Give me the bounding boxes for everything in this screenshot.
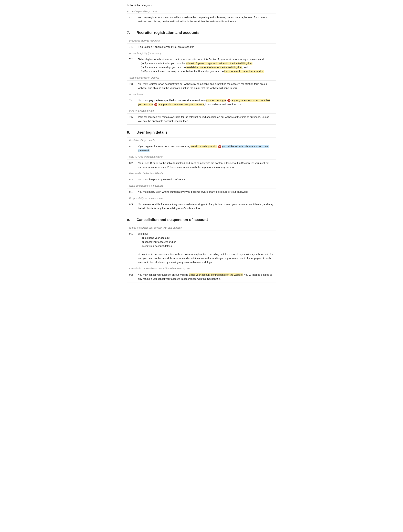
subsection-7-1-label: Provisions apply to recruiters xyxy=(127,38,276,44)
clause-8-3-row: 8.3 You must keep your password confiden… xyxy=(127,176,276,183)
subsection-8-4-label: Notify on disclosure of password xyxy=(127,183,276,189)
clause-7-5-row: 7.5 Paid-for services will remain availa… xyxy=(127,114,276,124)
clause-8-4-text: You must notify us in writing immediatel… xyxy=(138,190,274,194)
clause-7-4-row: 7.4 You must pay the fees specified on o… xyxy=(127,97,276,108)
clause-7-2-a: (a) if you are a sole trader, you must b… xyxy=(138,61,274,65)
clause-8-5-row: 8.5 You are responsible for any activity… xyxy=(127,201,276,212)
clause-9-1-b: (b) cancel your account; and/or xyxy=(138,240,274,244)
section-7-title: Recruiter registration and accounts xyxy=(137,30,200,36)
clause-7-2-row: 7.2 To be eligible for a business accoun… xyxy=(127,56,276,75)
clause-7-2-c: (c) if you are a limited company or othe… xyxy=(138,70,274,74)
subsection-8-1-label: Provision of login details xyxy=(127,138,276,143)
section-8-title: User login details xyxy=(137,129,167,135)
intro-account-reg-label: Account registration process xyxy=(127,9,276,13)
clause-9-2-text: You may cancel your account on our websi… xyxy=(138,273,274,281)
clause-9-1-number: 9.1 xyxy=(129,232,138,264)
clause-6-3-text: You may register for an account with our… xyxy=(138,15,274,24)
clause-7-4-number: 7.4 xyxy=(129,98,138,107)
highlight-7-2-a: at least 18 years of age and resident in… xyxy=(186,62,252,65)
subsection-7-5-label: Paid-for account period xyxy=(127,108,276,114)
or-badge-7-4-2: or xyxy=(154,103,157,106)
section-8-block: Provision of login details 8.1 If you re… xyxy=(127,137,276,212)
section-7-number: 7. xyxy=(127,30,134,35)
clause-8-1-row: 8.1 If you register for an account with … xyxy=(127,143,276,154)
clause-8-4-number: 8.4 xyxy=(129,190,138,194)
subsection-9-1-label: Rights of operator over account with pai… xyxy=(127,225,276,230)
highlight-7-4-premium: any premium services that you purchase xyxy=(158,103,204,106)
clause-6-3-number: 6.3 xyxy=(129,15,138,24)
section-7-header: 7. Recruiter registration and accounts xyxy=(127,30,276,36)
clause-7-3-number: 7.3 xyxy=(129,82,138,90)
clause-9-1-row: 9.1 We may: (a) suspend your account; (b… xyxy=(127,230,276,266)
clause-7-4-text: You must pay the fees specified on our w… xyxy=(138,98,274,107)
highlight-7-4-upgrades: any upgrades to your account that you pu… xyxy=(138,99,270,106)
subsection-9-2-label: Cancellation of website account with pai… xyxy=(127,266,276,271)
section-9-header: 9. Cancellation and suspension of accoun… xyxy=(127,217,276,223)
clause-8-2-row: 8.2 Your user ID must not be liable to m… xyxy=(127,160,276,171)
section-9-block: Rights of operator over account with pai… xyxy=(127,225,276,282)
subsection-7-4-label: Account fees xyxy=(127,91,276,97)
intro-top-text: in the United Kingdom. xyxy=(127,3,276,8)
subsection-8-5-label: Responsibility for password loss xyxy=(127,195,276,201)
clause-8-5-number: 8.5 xyxy=(129,202,138,210)
section-8-number: 8. xyxy=(127,130,134,135)
section-9-title: Cancellation and suspension of account xyxy=(137,217,208,223)
clause-8-2-number: 8.2 xyxy=(129,161,138,169)
clause-8-4-row: 8.4 You must notify us in writing immedi… xyxy=(127,189,276,195)
clause-7-1-number: 7.1 xyxy=(129,45,138,49)
subsection-7-3-label: Account registration process xyxy=(127,75,276,80)
clause-9-1-c: (c) edit your account details, xyxy=(138,244,274,248)
or-badge-7-4-1: or xyxy=(227,99,230,102)
clause-7-1-row: 7.1 This Section 7 applies to you if you… xyxy=(127,44,276,50)
clause-9-1-text: We may: (a) suspend your account; (b) ca… xyxy=(138,232,274,264)
clause-7-5-number: 7.5 xyxy=(129,115,138,123)
highlight-7-2-b: established under the laws of the United… xyxy=(186,66,242,69)
section-8-header: 8. User login details xyxy=(127,129,276,136)
clause-7-2-number: 7.2 xyxy=(129,57,138,74)
highlight-8-1-provide: we will provide you with xyxy=(190,145,217,148)
clause-7-3-row: 7.3 You may register for an account with… xyxy=(127,81,276,91)
clause-8-3-text: You must keep your password confidential… xyxy=(138,177,274,182)
clause-8-5-text: You are responsible for any activity on … xyxy=(138,202,274,210)
clause-8-2-text: Your user ID must not be liable to misle… xyxy=(138,161,274,169)
clause-9-1-a: (a) suspend your account; xyxy=(138,236,274,240)
clause-7-2-text: To be eligible for a business account on… xyxy=(138,57,274,74)
clause-9-2-number: 9.2 xyxy=(129,273,138,281)
clause-8-1-number: 8.1 xyxy=(129,145,138,152)
clause-6-3-row: 6.3 You may register for an account with… xyxy=(127,14,276,25)
section-7-block: Provisions apply to recruiters 7.1 This … xyxy=(127,38,276,125)
subsection-7-2-label: Account eligibility (businesses) xyxy=(127,50,276,56)
clause-9-2-row: 9.2 You may cancel your account on our w… xyxy=(127,272,276,282)
subsection-8-3-label: Password to be kept confidential xyxy=(127,171,276,176)
clause-8-3-number: 8.3 xyxy=(129,177,138,182)
clause-7-1-text: This Section 7 applies to you if you are… xyxy=(138,45,274,49)
clause-8-1-text: If you register for an account with our … xyxy=(138,145,274,152)
clause-7-2-b: (b) if you are a partnership, you must b… xyxy=(138,65,274,70)
clause-7-5-text: Paid-for services will remain available … xyxy=(138,115,274,123)
section-9-number: 9. xyxy=(127,217,134,222)
highlight-9-2-control-panel: using your account control panel on the … xyxy=(189,273,243,276)
clause-7-3-text: You may register for an account with our… xyxy=(138,82,274,90)
or-badge-8-1: or xyxy=(218,145,221,148)
subsection-8-2-label: User ID rules and impersonation xyxy=(127,154,276,159)
highlight-7-4-account-type: your account type xyxy=(206,99,226,102)
highlight-7-2-c: incorporated in the United Kingdom xyxy=(224,70,264,73)
